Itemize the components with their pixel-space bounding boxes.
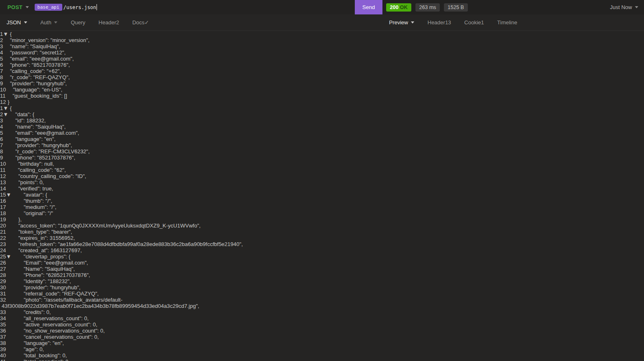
code-token: "REF-CM3CLV6232" [38, 148, 88, 155]
cookie-count-badge: 1 [481, 19, 484, 26]
code-text: "language": "en", [6, 340, 64, 346]
code-token: , [88, 37, 90, 43]
request-body-editor[interactable]: 1▼{2"minor_version": "minor_version",3"n… [0, 31, 644, 105]
code-token: "85217037876" [37, 155, 74, 161]
code-token: , [87, 315, 89, 321]
code-text: }, [6, 216, 21, 223]
code-line: 38"language": "en", [0, 340, 644, 346]
status-badge: 200 OK [386, 3, 411, 12]
code-text: } [6, 99, 9, 105]
chevron-down-icon [54, 21, 57, 23]
tab-header[interactable]: Header 2 [92, 14, 126, 30]
code-line: 3"name": "SaiqulHaq", [0, 43, 644, 49]
code-line: 5"email": "eee@gmail.com", [0, 56, 644, 62]
response-tabs: Preview Header 13 Cookie 1 Timeline [382, 14, 644, 30]
line-number: 28 [0, 272, 6, 278]
code-line: 39"age": 0, [0, 346, 644, 352]
code-text: "language": "en-US", [6, 87, 62, 93]
code-token: , [103, 328, 105, 334]
code-token: "country_calling_code" [18, 173, 72, 179]
tab-timeline[interactable]: Timeline [491, 14, 524, 30]
status-code: 200 [390, 5, 399, 10]
line-number: 34 [0, 315, 6, 321]
tab-auth[interactable]: Auth [34, 14, 64, 30]
tab-response-header[interactable]: Header 13 [421, 14, 458, 30]
tab-preview[interactable]: Preview [382, 14, 421, 30]
code-token: , [73, 235, 75, 241]
history-label: Just Now [610, 4, 632, 10]
code-token: , [68, 62, 70, 68]
code-token: , [89, 272, 90, 278]
code-token: , [78, 130, 79, 136]
tab-docs[interactable]: Docs ✓ [126, 14, 156, 30]
send-button[interactable]: Send [355, 0, 382, 14]
code-token: "age" [24, 346, 36, 352]
response-body-viewer[interactable]: 1▼{2▼"data": {3"id": 188232,4"name": "Sa… [0, 105, 644, 361]
method-dropdown[interactable]: POST [7, 4, 29, 10]
fold-arrow-icon[interactable]: ▼ [6, 253, 11, 260]
code-token: : [24, 117, 26, 124]
code-token: : [44, 68, 47, 74]
line-number: 15 [0, 192, 6, 198]
line-number: 12 [0, 99, 6, 105]
code-text: "no_show_reservations_count": 0, [6, 328, 104, 334]
tab-bars: JSON Auth Query Header 2 Docs ✓ Pr [0, 14, 644, 31]
code-text: "credits": 0, [6, 309, 51, 315]
tab-body-type[interactable]: JSON [0, 14, 34, 30]
code-text: "avatar": { [11, 192, 47, 198]
code-token: 31556952 [50, 235, 73, 241]
code-token: , [42, 346, 44, 352]
code-token: "/" [45, 198, 51, 204]
code-line: 16"thumb": "/", [0, 198, 644, 204]
line-number: 31 [0, 291, 6, 297]
status-text: OK [400, 5, 408, 10]
cookie-label: Cookie [464, 19, 481, 26]
code-token: "cancel_reservations_count" [24, 334, 91, 340]
code-token: "bearer" [52, 229, 71, 235]
code-line: 36"no_show_reservations_count": 0, [0, 328, 644, 334]
code-token: , [55, 204, 57, 210]
code-token: "email" [10, 56, 26, 62]
environment-variable-tag[interactable]: minor_version [52, 37, 86, 43]
line-number: 18 [0, 210, 6, 216]
check-icon: ✓ [144, 19, 149, 26]
code-token: , [71, 229, 72, 235]
code-text: 43f3008b9022d3987b7eab0f71ec2ba434b3b78f… [0, 303, 199, 309]
top-bar: POST base_api /users.json Send 200 OK 26… [0, 0, 644, 14]
code-token: "Email" [24, 260, 41, 266]
code-text: "minor_version": "minor_version", [3, 37, 90, 43]
environment-variable-pill[interactable]: base_api [35, 4, 62, 11]
line-number: 40 [0, 352, 6, 359]
code-token: "calling_code" [18, 167, 52, 173]
code-token: : [42, 266, 45, 272]
code-token: "hungryhub" [36, 80, 66, 87]
fold-arrow-icon[interactable]: ▼ [6, 192, 11, 198]
code-token: "provider" [15, 142, 38, 148]
url-input[interactable]: /users.json [64, 4, 97, 10]
code-text: "medium": "/", [6, 204, 56, 210]
fold-arrow-icon[interactable]: ▼ [3, 31, 8, 37]
code-token: "6285217037876" [46, 272, 89, 278]
tab-cookie[interactable]: Cookie 1 [458, 14, 491, 30]
code-text: "calling_code": "+62", [3, 68, 61, 74]
code-token: : [48, 229, 51, 235]
fold-arrow-icon[interactable]: ▼ [3, 111, 8, 117]
fold-arrow-icon[interactable]: ▼ [3, 105, 8, 111]
code-token: "points" [18, 179, 36, 185]
code-token: : [29, 62, 32, 68]
line-number: 14 [0, 185, 6, 192]
code-token: "avatar" [24, 192, 42, 198]
code-token: "en-US" [42, 87, 61, 93]
code-token: "85217037876" [32, 62, 68, 68]
code-line: 4"password": "secret12", [0, 49, 644, 56]
code-token: , [49, 309, 51, 315]
tab-query[interactable]: Query [64, 14, 92, 30]
response-history-dropdown[interactable]: Just Now [610, 4, 638, 10]
code-token: "hungryhub" [42, 142, 71, 148]
code-text: "phone": "85217037876", [3, 155, 75, 161]
url-bar: POST base_api /users.json Send [0, 0, 382, 14]
code-text: "access_token": "1qunQq0JXXXXmUmAyyeUuks… [6, 223, 201, 229]
line-number: 12 [0, 173, 6, 179]
header-count-badge: 2 [116, 19, 119, 26]
code-token: , [52, 185, 53, 192]
